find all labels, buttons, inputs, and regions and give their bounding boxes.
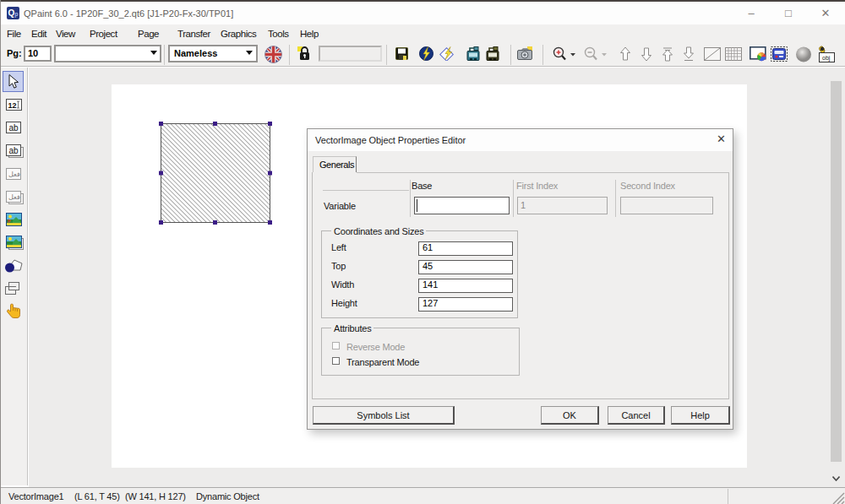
svg-text:فعل: فعل <box>8 171 20 178</box>
svg-text:ab: ab <box>9 123 19 133</box>
svg-text:12: 12 <box>8 101 17 110</box>
svg-text:فعل: فعل <box>8 193 20 201</box>
svg-text:obj: obj <box>822 55 831 62</box>
svg-text:ab: ab <box>9 146 19 155</box>
